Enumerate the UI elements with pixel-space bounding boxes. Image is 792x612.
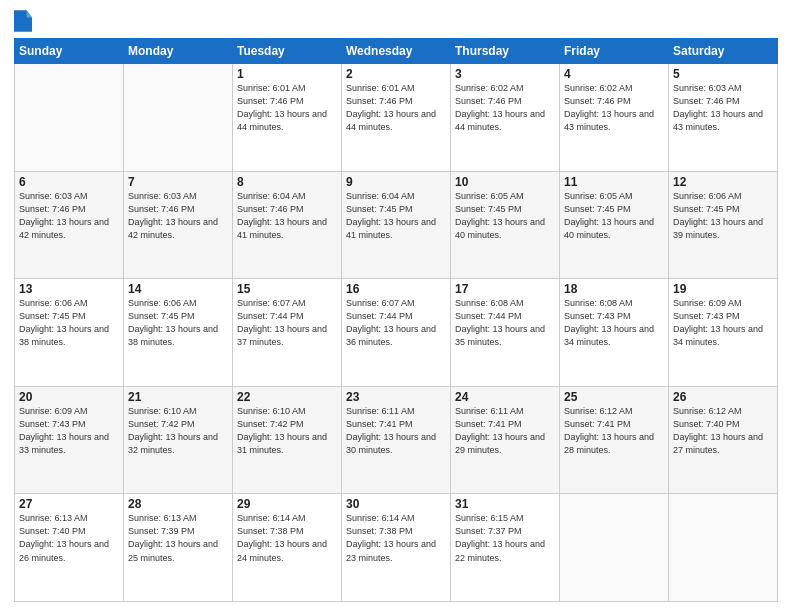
day-cell: 27Sunrise: 6:13 AM Sunset: 7:40 PM Dayli… [15,494,124,602]
day-info: Sunrise: 6:08 AM Sunset: 7:44 PM Dayligh… [455,297,555,349]
day-number: 25 [564,390,664,404]
day-info: Sunrise: 6:06 AM Sunset: 7:45 PM Dayligh… [128,297,228,349]
day-info: Sunrise: 6:12 AM Sunset: 7:41 PM Dayligh… [564,405,664,457]
day-number: 4 [564,67,664,81]
day-cell: 26Sunrise: 6:12 AM Sunset: 7:40 PM Dayli… [669,386,778,494]
day-info: Sunrise: 6:10 AM Sunset: 7:42 PM Dayligh… [237,405,337,457]
svg-marker-1 [27,10,32,17]
day-number: 1 [237,67,337,81]
day-cell: 18Sunrise: 6:08 AM Sunset: 7:43 PM Dayli… [560,279,669,387]
weekday-header-row: SundayMondayTuesdayWednesdayThursdayFrid… [15,39,778,64]
day-info: Sunrise: 6:15 AM Sunset: 7:37 PM Dayligh… [455,512,555,564]
day-info: Sunrise: 6:05 AM Sunset: 7:45 PM Dayligh… [455,190,555,242]
day-info: Sunrise: 6:13 AM Sunset: 7:39 PM Dayligh… [128,512,228,564]
day-info: Sunrise: 6:13 AM Sunset: 7:40 PM Dayligh… [19,512,119,564]
weekday-sunday: Sunday [15,39,124,64]
day-number: 5 [673,67,773,81]
day-cell: 1Sunrise: 6:01 AM Sunset: 7:46 PM Daylig… [233,64,342,172]
day-cell: 19Sunrise: 6:09 AM Sunset: 7:43 PM Dayli… [669,279,778,387]
weekday-wednesday: Wednesday [342,39,451,64]
day-cell: 3Sunrise: 6:02 AM Sunset: 7:46 PM Daylig… [451,64,560,172]
day-info: Sunrise: 6:01 AM Sunset: 7:46 PM Dayligh… [346,82,446,134]
day-number: 27 [19,497,119,511]
week-row-3: 13Sunrise: 6:06 AM Sunset: 7:45 PM Dayli… [15,279,778,387]
day-number: 13 [19,282,119,296]
day-cell: 6Sunrise: 6:03 AM Sunset: 7:46 PM Daylig… [15,171,124,279]
day-cell: 25Sunrise: 6:12 AM Sunset: 7:41 PM Dayli… [560,386,669,494]
day-cell [124,64,233,172]
day-cell: 10Sunrise: 6:05 AM Sunset: 7:45 PM Dayli… [451,171,560,279]
day-cell: 31Sunrise: 6:15 AM Sunset: 7:37 PM Dayli… [451,494,560,602]
day-number: 26 [673,390,773,404]
day-number: 6 [19,175,119,189]
day-info: Sunrise: 6:02 AM Sunset: 7:46 PM Dayligh… [455,82,555,134]
day-number: 29 [237,497,337,511]
day-number: 24 [455,390,555,404]
svg-marker-0 [14,10,32,32]
day-number: 14 [128,282,228,296]
day-info: Sunrise: 6:07 AM Sunset: 7:44 PM Dayligh… [237,297,337,349]
day-number: 31 [455,497,555,511]
day-number: 20 [19,390,119,404]
header [14,10,778,32]
day-cell: 16Sunrise: 6:07 AM Sunset: 7:44 PM Dayli… [342,279,451,387]
day-cell: 8Sunrise: 6:04 AM Sunset: 7:46 PM Daylig… [233,171,342,279]
day-number: 17 [455,282,555,296]
day-cell [669,494,778,602]
day-number: 15 [237,282,337,296]
day-cell: 23Sunrise: 6:11 AM Sunset: 7:41 PM Dayli… [342,386,451,494]
weekday-tuesday: Tuesday [233,39,342,64]
day-number: 22 [237,390,337,404]
day-number: 21 [128,390,228,404]
day-cell: 28Sunrise: 6:13 AM Sunset: 7:39 PM Dayli… [124,494,233,602]
day-number: 30 [346,497,446,511]
day-cell: 22Sunrise: 6:10 AM Sunset: 7:42 PM Dayli… [233,386,342,494]
week-row-5: 27Sunrise: 6:13 AM Sunset: 7:40 PM Dayli… [15,494,778,602]
day-info: Sunrise: 6:14 AM Sunset: 7:38 PM Dayligh… [237,512,337,564]
day-info: Sunrise: 6:09 AM Sunset: 7:43 PM Dayligh… [19,405,119,457]
page: SundayMondayTuesdayWednesdayThursdayFrid… [0,0,792,612]
week-row-4: 20Sunrise: 6:09 AM Sunset: 7:43 PM Dayli… [15,386,778,494]
day-cell: 15Sunrise: 6:07 AM Sunset: 7:44 PM Dayli… [233,279,342,387]
day-number: 28 [128,497,228,511]
day-cell: 17Sunrise: 6:08 AM Sunset: 7:44 PM Dayli… [451,279,560,387]
day-cell [560,494,669,602]
weekday-thursday: Thursday [451,39,560,64]
day-info: Sunrise: 6:04 AM Sunset: 7:45 PM Dayligh… [346,190,446,242]
day-cell: 12Sunrise: 6:06 AM Sunset: 7:45 PM Dayli… [669,171,778,279]
day-number: 19 [673,282,773,296]
day-info: Sunrise: 6:11 AM Sunset: 7:41 PM Dayligh… [455,405,555,457]
day-info: Sunrise: 6:12 AM Sunset: 7:40 PM Dayligh… [673,405,773,457]
day-info: Sunrise: 6:06 AM Sunset: 7:45 PM Dayligh… [19,297,119,349]
day-number: 11 [564,175,664,189]
day-info: Sunrise: 6:14 AM Sunset: 7:38 PM Dayligh… [346,512,446,564]
day-info: Sunrise: 6:03 AM Sunset: 7:46 PM Dayligh… [673,82,773,134]
day-info: Sunrise: 6:11 AM Sunset: 7:41 PM Dayligh… [346,405,446,457]
day-number: 18 [564,282,664,296]
day-cell: 29Sunrise: 6:14 AM Sunset: 7:38 PM Dayli… [233,494,342,602]
weekday-friday: Friday [560,39,669,64]
day-number: 3 [455,67,555,81]
day-number: 23 [346,390,446,404]
day-cell: 2Sunrise: 6:01 AM Sunset: 7:46 PM Daylig… [342,64,451,172]
day-cell: 13Sunrise: 6:06 AM Sunset: 7:45 PM Dayli… [15,279,124,387]
day-info: Sunrise: 6:07 AM Sunset: 7:44 PM Dayligh… [346,297,446,349]
logo-icon [14,10,32,32]
day-cell: 5Sunrise: 6:03 AM Sunset: 7:46 PM Daylig… [669,64,778,172]
weekday-monday: Monday [124,39,233,64]
day-cell: 20Sunrise: 6:09 AM Sunset: 7:43 PM Dayli… [15,386,124,494]
day-cell: 4Sunrise: 6:02 AM Sunset: 7:46 PM Daylig… [560,64,669,172]
day-info: Sunrise: 6:04 AM Sunset: 7:46 PM Dayligh… [237,190,337,242]
day-cell: 30Sunrise: 6:14 AM Sunset: 7:38 PM Dayli… [342,494,451,602]
day-number: 16 [346,282,446,296]
day-info: Sunrise: 6:09 AM Sunset: 7:43 PM Dayligh… [673,297,773,349]
day-cell: 9Sunrise: 6:04 AM Sunset: 7:45 PM Daylig… [342,171,451,279]
week-row-1: 1Sunrise: 6:01 AM Sunset: 7:46 PM Daylig… [15,64,778,172]
week-row-2: 6Sunrise: 6:03 AM Sunset: 7:46 PM Daylig… [15,171,778,279]
day-number: 12 [673,175,773,189]
day-cell [15,64,124,172]
day-info: Sunrise: 6:02 AM Sunset: 7:46 PM Dayligh… [564,82,664,134]
day-info: Sunrise: 6:03 AM Sunset: 7:46 PM Dayligh… [128,190,228,242]
day-cell: 11Sunrise: 6:05 AM Sunset: 7:45 PM Dayli… [560,171,669,279]
day-cell: 7Sunrise: 6:03 AM Sunset: 7:46 PM Daylig… [124,171,233,279]
